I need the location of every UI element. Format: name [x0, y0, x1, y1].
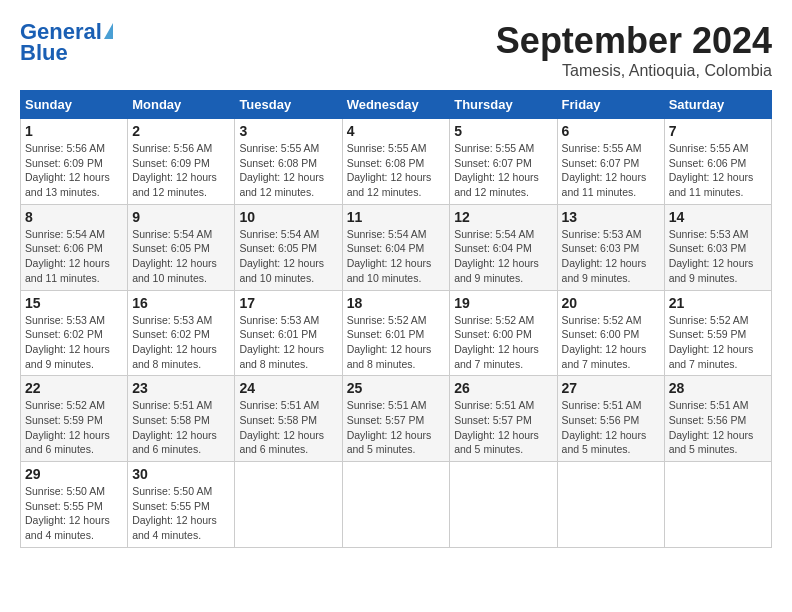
title-area: September 2024 Tamesis, Antioquia, Colom…: [496, 20, 772, 80]
calendar-header-row: SundayMondayTuesdayWednesdayThursdayFrid…: [21, 91, 772, 119]
day-info: Sunrise: 5:55 AM Sunset: 6:08 PM Dayligh…: [239, 141, 337, 200]
logo: General Blue: [20, 20, 113, 66]
weekday-header: Friday: [557, 91, 664, 119]
day-info: Sunrise: 5:51 AM Sunset: 5:57 PM Dayligh…: [454, 398, 552, 457]
calendar-cell: 11Sunrise: 5:54 AM Sunset: 6:04 PM Dayli…: [342, 204, 450, 290]
day-number: 20: [562, 295, 660, 311]
day-number: 5: [454, 123, 552, 139]
calendar-week-row: 29Sunrise: 5:50 AM Sunset: 5:55 PM Dayli…: [21, 462, 772, 548]
calendar-cell: 10Sunrise: 5:54 AM Sunset: 6:05 PM Dayli…: [235, 204, 342, 290]
day-info: Sunrise: 5:53 AM Sunset: 6:02 PM Dayligh…: [132, 313, 230, 372]
day-info: Sunrise: 5:51 AM Sunset: 5:58 PM Dayligh…: [132, 398, 230, 457]
day-info: Sunrise: 5:51 AM Sunset: 5:57 PM Dayligh…: [347, 398, 446, 457]
day-info: Sunrise: 5:50 AM Sunset: 5:55 PM Dayligh…: [132, 484, 230, 543]
day-info: Sunrise: 5:56 AM Sunset: 6:09 PM Dayligh…: [132, 141, 230, 200]
weekday-header: Saturday: [664, 91, 771, 119]
calendar-cell: 15Sunrise: 5:53 AM Sunset: 6:02 PM Dayli…: [21, 290, 128, 376]
day-info: Sunrise: 5:54 AM Sunset: 6:05 PM Dayligh…: [239, 227, 337, 286]
day-number: 17: [239, 295, 337, 311]
day-info: Sunrise: 5:56 AM Sunset: 6:09 PM Dayligh…: [25, 141, 123, 200]
day-number: 13: [562, 209, 660, 225]
calendar-cell: 16Sunrise: 5:53 AM Sunset: 6:02 PM Dayli…: [128, 290, 235, 376]
day-number: 15: [25, 295, 123, 311]
calendar-cell: 22Sunrise: 5:52 AM Sunset: 5:59 PM Dayli…: [21, 376, 128, 462]
day-info: Sunrise: 5:54 AM Sunset: 6:04 PM Dayligh…: [347, 227, 446, 286]
calendar-week-row: 1Sunrise: 5:56 AM Sunset: 6:09 PM Daylig…: [21, 119, 772, 205]
day-info: Sunrise: 5:52 AM Sunset: 6:00 PM Dayligh…: [562, 313, 660, 372]
calendar-cell: 23Sunrise: 5:51 AM Sunset: 5:58 PM Dayli…: [128, 376, 235, 462]
calendar-cell: 30Sunrise: 5:50 AM Sunset: 5:55 PM Dayli…: [128, 462, 235, 548]
day-info: Sunrise: 5:54 AM Sunset: 6:05 PM Dayligh…: [132, 227, 230, 286]
day-number: 6: [562, 123, 660, 139]
day-info: Sunrise: 5:55 AM Sunset: 6:07 PM Dayligh…: [454, 141, 552, 200]
day-number: 1: [25, 123, 123, 139]
day-number: 30: [132, 466, 230, 482]
calendar-cell: 20Sunrise: 5:52 AM Sunset: 6:00 PM Dayli…: [557, 290, 664, 376]
day-info: Sunrise: 5:55 AM Sunset: 6:08 PM Dayligh…: [347, 141, 446, 200]
day-number: 16: [132, 295, 230, 311]
day-info: Sunrise: 5:55 AM Sunset: 6:07 PM Dayligh…: [562, 141, 660, 200]
location: Tamesis, Antioquia, Colombia: [496, 62, 772, 80]
day-number: 27: [562, 380, 660, 396]
day-number: 28: [669, 380, 767, 396]
day-info: Sunrise: 5:53 AM Sunset: 6:03 PM Dayligh…: [562, 227, 660, 286]
day-number: 25: [347, 380, 446, 396]
calendar-cell: [342, 462, 450, 548]
day-number: 23: [132, 380, 230, 396]
weekday-header: Sunday: [21, 91, 128, 119]
calendar-cell: [664, 462, 771, 548]
day-info: Sunrise: 5:53 AM Sunset: 6:01 PM Dayligh…: [239, 313, 337, 372]
day-number: 14: [669, 209, 767, 225]
page-header: General Blue September 2024 Tamesis, Ant…: [20, 20, 772, 80]
day-number: 22: [25, 380, 123, 396]
weekday-header: Monday: [128, 91, 235, 119]
calendar-cell: 29Sunrise: 5:50 AM Sunset: 5:55 PM Dayli…: [21, 462, 128, 548]
calendar-cell: 12Sunrise: 5:54 AM Sunset: 6:04 PM Dayli…: [450, 204, 557, 290]
day-number: 21: [669, 295, 767, 311]
calendar-cell: 8Sunrise: 5:54 AM Sunset: 6:06 PM Daylig…: [21, 204, 128, 290]
calendar-cell: 18Sunrise: 5:52 AM Sunset: 6:01 PM Dayli…: [342, 290, 450, 376]
day-number: 11: [347, 209, 446, 225]
day-info: Sunrise: 5:53 AM Sunset: 6:03 PM Dayligh…: [669, 227, 767, 286]
calendar-cell: 19Sunrise: 5:52 AM Sunset: 6:00 PM Dayli…: [450, 290, 557, 376]
calendar-cell: 25Sunrise: 5:51 AM Sunset: 5:57 PM Dayli…: [342, 376, 450, 462]
day-info: Sunrise: 5:51 AM Sunset: 5:56 PM Dayligh…: [669, 398, 767, 457]
weekday-header: Thursday: [450, 91, 557, 119]
calendar-cell: 1Sunrise: 5:56 AM Sunset: 6:09 PM Daylig…: [21, 119, 128, 205]
calendar-cell: [450, 462, 557, 548]
calendar-cell: 21Sunrise: 5:52 AM Sunset: 5:59 PM Dayli…: [664, 290, 771, 376]
day-info: Sunrise: 5:52 AM Sunset: 6:01 PM Dayligh…: [347, 313, 446, 372]
calendar-cell: 17Sunrise: 5:53 AM Sunset: 6:01 PM Dayli…: [235, 290, 342, 376]
day-number: 4: [347, 123, 446, 139]
calendar-cell: [235, 462, 342, 548]
calendar-cell: 9Sunrise: 5:54 AM Sunset: 6:05 PM Daylig…: [128, 204, 235, 290]
calendar-cell: 13Sunrise: 5:53 AM Sunset: 6:03 PM Dayli…: [557, 204, 664, 290]
day-info: Sunrise: 5:54 AM Sunset: 6:04 PM Dayligh…: [454, 227, 552, 286]
calendar-cell: 27Sunrise: 5:51 AM Sunset: 5:56 PM Dayli…: [557, 376, 664, 462]
calendar-cell: 3Sunrise: 5:55 AM Sunset: 6:08 PM Daylig…: [235, 119, 342, 205]
day-number: 24: [239, 380, 337, 396]
day-number: 26: [454, 380, 552, 396]
day-info: Sunrise: 5:51 AM Sunset: 5:56 PM Dayligh…: [562, 398, 660, 457]
day-info: Sunrise: 5:55 AM Sunset: 6:06 PM Dayligh…: [669, 141, 767, 200]
weekday-header: Wednesday: [342, 91, 450, 119]
calendar-table: SundayMondayTuesdayWednesdayThursdayFrid…: [20, 90, 772, 548]
day-info: Sunrise: 5:52 AM Sunset: 6:00 PM Dayligh…: [454, 313, 552, 372]
calendar-week-row: 15Sunrise: 5:53 AM Sunset: 6:02 PM Dayli…: [21, 290, 772, 376]
day-info: Sunrise: 5:53 AM Sunset: 6:02 PM Dayligh…: [25, 313, 123, 372]
calendar-cell: 28Sunrise: 5:51 AM Sunset: 5:56 PM Dayli…: [664, 376, 771, 462]
month-title: September 2024: [496, 20, 772, 62]
day-number: 9: [132, 209, 230, 225]
calendar-cell: 6Sunrise: 5:55 AM Sunset: 6:07 PM Daylig…: [557, 119, 664, 205]
day-number: 2: [132, 123, 230, 139]
calendar-cell: 2Sunrise: 5:56 AM Sunset: 6:09 PM Daylig…: [128, 119, 235, 205]
day-info: Sunrise: 5:52 AM Sunset: 5:59 PM Dayligh…: [25, 398, 123, 457]
day-info: Sunrise: 5:52 AM Sunset: 5:59 PM Dayligh…: [669, 313, 767, 372]
day-number: 19: [454, 295, 552, 311]
day-number: 18: [347, 295, 446, 311]
calendar-cell: 24Sunrise: 5:51 AM Sunset: 5:58 PM Dayli…: [235, 376, 342, 462]
day-number: 8: [25, 209, 123, 225]
calendar-cell: 7Sunrise: 5:55 AM Sunset: 6:06 PM Daylig…: [664, 119, 771, 205]
calendar-cell: 5Sunrise: 5:55 AM Sunset: 6:07 PM Daylig…: [450, 119, 557, 205]
calendar-cell: 4Sunrise: 5:55 AM Sunset: 6:08 PM Daylig…: [342, 119, 450, 205]
